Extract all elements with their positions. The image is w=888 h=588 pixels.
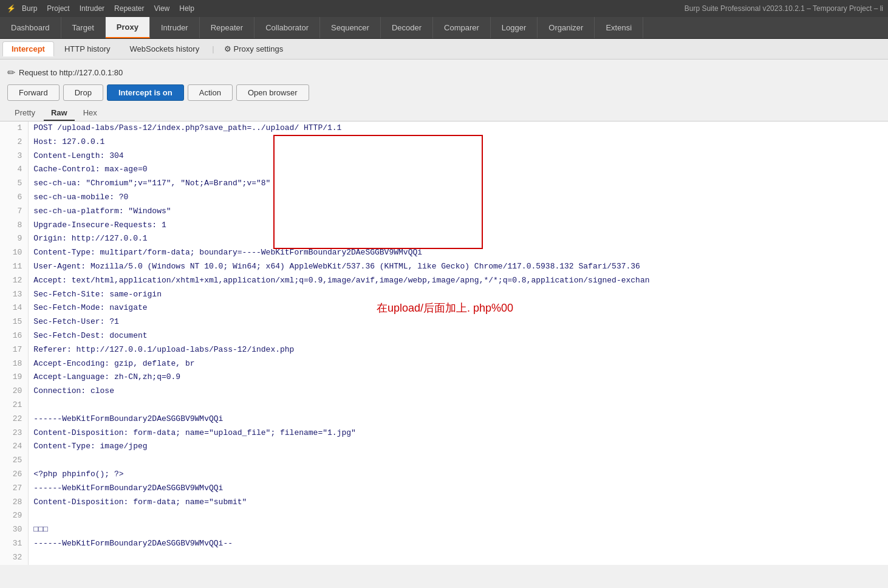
line-content[interactable]: <?php phpinfo(); ?> — [29, 468, 888, 482]
sub-tab-intercept[interactable]: Intercept — [2, 41, 54, 56]
line-number: 10 — [0, 246, 29, 260]
line-content[interactable]: ------WebKitFormBoundary2DAeSGGBV9WMvQQi — [29, 412, 888, 426]
table-row: 15Sec-Fetch-User: ?1 — [0, 315, 888, 329]
nav-tab-proxy[interactable]: Proxy — [106, 17, 150, 38]
table-row: 17Referer: http://127.0.0.1/upload-labs/… — [0, 343, 888, 357]
table-row: 20Connection: close — [0, 385, 888, 398]
menu-burp[interactable]: Burp — [22, 4, 37, 13]
table-row: 6sec-ch-ua-mobile: ?0 — [0, 191, 888, 205]
sub-tab-websockets-history[interactable]: WebSockets history — [121, 41, 209, 56]
view-tab-pretty[interactable]: Pretty — [7, 106, 43, 121]
table-row: 29 — [0, 509, 888, 523]
line-number: 16 — [0, 329, 29, 343]
line-content[interactable]: Accept-Encoding: gzip, deflate, br — [29, 357, 888, 371]
line-number: 23 — [0, 426, 29, 440]
menu-project[interactable]: Project — [47, 4, 69, 13]
line-content[interactable]: Accept: text/html,application/xhtml+xml,… — [29, 274, 888, 288]
forward-button[interactable]: Forward — [7, 84, 60, 101]
line-number: 26 — [0, 468, 29, 482]
menu-view[interactable]: View — [154, 4, 169, 13]
nav-tab-organizer[interactable]: Organizer — [538, 17, 595, 38]
table-row: 7sec-ch-ua-platform: "Windows" — [0, 205, 888, 219]
line-number: 1 — [0, 121, 29, 135]
table-row: 28Content-Disposition: form-data; name="… — [0, 496, 888, 510]
line-number: 29 — [0, 509, 29, 523]
view-tab-hex[interactable]: Hex — [76, 106, 104, 121]
line-content[interactable]: Sec-Fetch-Mode: navigate — [29, 301, 888, 315]
line-number: 5 — [0, 177, 29, 191]
line-content[interactable] — [29, 551, 888, 565]
nav-tab-decoder[interactable]: Decoder — [381, 17, 433, 38]
line-content[interactable]: Origin: http://127.0.0.1 — [29, 232, 888, 246]
action-buttons-row: Forward Drop Intercept is on Action Open… — [0, 82, 888, 106]
table-row: 21 — [0, 398, 888, 412]
line-content[interactable]: Host: 127.0.0.1 — [29, 135, 888, 149]
line-content[interactable]: User-Agent: Mozilla/5.0 (Windows NT 10.0… — [29, 260, 888, 274]
line-content[interactable]: □□□ — [29, 523, 888, 537]
line-content[interactable] — [29, 398, 888, 412]
table-row: 23Content-Disposition: form-data; name="… — [0, 426, 888, 440]
line-content[interactable]: Content-Disposition: form-data; name="su… — [29, 496, 888, 510]
request-body[interactable]: 1POST /upload-labs/Pass-12/index.php?sav… — [0, 121, 888, 565]
proxy-settings-button[interactable]: ⚙ Proxy settings — [218, 42, 290, 56]
line-content[interactable]: ------WebKitFormBoundary2DAeSGGBV9WMvQQi… — [29, 537, 888, 551]
table-row: 31------WebKitFormBoundary2DAeSGGBV9WMvQ… — [0, 537, 888, 551]
nav-tab-repeater[interactable]: Repeater — [200, 17, 254, 38]
line-number: 8 — [0, 219, 29, 233]
nav-tab-intruder[interactable]: Intruder — [150, 17, 200, 38]
line-content[interactable]: Sec-Fetch-Dest: document — [29, 329, 888, 343]
menu-intruder[interactable]: Intruder — [80, 4, 104, 13]
line-content[interactable]: Content-Length: 304 — [29, 149, 888, 163]
line-number: 15 — [0, 315, 29, 329]
line-number: 9 — [0, 232, 29, 246]
line-content[interactable]: Connection: close — [29, 385, 888, 398]
line-content[interactable]: ------WebKitFormBoundary2DAeSGGBV9WMvQQi — [29, 482, 888, 496]
line-number: 21 — [0, 398, 29, 412]
line-content[interactable] — [29, 509, 888, 523]
drop-button[interactable]: Drop — [63, 84, 103, 101]
line-content[interactable]: sec-ch-ua-platform: "Windows" — [29, 205, 888, 219]
line-content[interactable]: sec-ch-ua-mobile: ?0 — [29, 191, 888, 205]
line-number: 3 — [0, 149, 29, 163]
line-number: 30 — [0, 523, 29, 537]
line-content[interactable]: Accept-Language: zh-CN,zh;q=0.9 — [29, 371, 888, 385]
nav-tab-extensi[interactable]: Extensi — [595, 17, 643, 38]
line-content[interactable]: Upgrade-Insecure-Requests: 1 — [29, 219, 888, 233]
line-content[interactable]: Cache-Control: max-age=0 — [29, 163, 888, 177]
open-browser-button[interactable]: Open browser — [236, 84, 309, 101]
nav-tab-logger[interactable]: Logger — [491, 17, 538, 38]
title-bar: ⚡ Burp Project Intruder Repeater View He… — [0, 0, 888, 17]
table-row: 10Content-Type: multipart/form-data; bou… — [0, 246, 888, 260]
line-number: 31 — [0, 537, 29, 551]
line-content[interactable]: sec-ch-ua: "Chromium";v="117", "Not;A=Br… — [29, 177, 888, 191]
line-content[interactable]: Referer: http://127.0.0.1/upload-labs/Pa… — [29, 343, 888, 357]
request-url-text: Request to http://127.0.0.1:80 — [19, 68, 123, 77]
nav-tab-collaborator[interactable]: Collaborator — [254, 17, 320, 38]
menu-help[interactable]: Help — [179, 4, 194, 13]
line-number: 22 — [0, 412, 29, 426]
line-content[interactable]: POST /upload-labs/Pass-12/index.php?save… — [29, 121, 888, 135]
line-number: 14 — [0, 301, 29, 315]
intercept-toggle-button[interactable]: Intercept is on — [107, 84, 184, 101]
line-content[interactable]: Sec-Fetch-User: ?1 — [29, 315, 888, 329]
nav-tab-comparer[interactable]: Comparer — [433, 17, 491, 38]
nav-tab-sequencer[interactable]: Sequencer — [320, 17, 381, 38]
sub-nav-divider: | — [210, 44, 216, 53]
view-tab-raw[interactable]: Raw — [44, 106, 75, 121]
line-content[interactable]: Content-Type: multipart/form-data; bound… — [29, 246, 888, 260]
nav-tab-dashboard[interactable]: Dashboard — [0, 17, 61, 38]
nav-tab-target[interactable]: Target — [61, 17, 106, 38]
line-content[interactable]: Content-Type: image/jpeg — [29, 440, 888, 454]
table-row: 4Cache-Control: max-age=0 — [0, 163, 888, 177]
table-row: 3Content-Length: 304 — [0, 149, 888, 163]
line-content[interactable] — [29, 454, 888, 468]
action-button[interactable]: Action — [188, 84, 233, 101]
menu-repeater[interactable]: Repeater — [114, 4, 144, 13]
table-row: 11User-Agent: Mozilla/5.0 (Windows NT 10… — [0, 260, 888, 274]
table-row: 13Sec-Fetch-Site: same-origin — [0, 288, 888, 302]
sub-tab-http-history[interactable]: HTTP history — [55, 41, 120, 56]
line-content[interactable]: Sec-Fetch-Site: same-origin — [29, 288, 888, 302]
line-content[interactable]: Content-Disposition: form-data; name="up… — [29, 426, 888, 440]
line-number: 24 — [0, 440, 29, 454]
menu-bar: Burp Project Intruder Repeater View Help — [22, 4, 685, 13]
